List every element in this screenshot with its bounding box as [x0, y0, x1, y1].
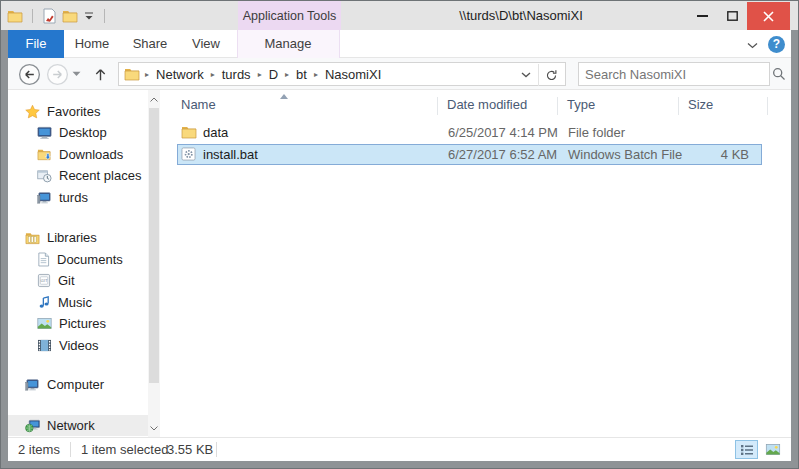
main-content: Favorites Desktop Downloads Recent place…	[8, 90, 791, 437]
explorer-window: Application Tools \\turds\D\bt\NasomiXI …	[0, 0, 799, 469]
sidebar-item-label: Pictures	[59, 316, 106, 331]
sidebar-item-favorites[interactable]: Favorites	[8, 101, 148, 122]
back-icon	[18, 63, 41, 86]
properties-icon	[42, 8, 56, 24]
folder-icon	[124, 67, 140, 81]
breadcrumb-separator-icon[interactable]	[142, 70, 152, 79]
ribbon-expand-button[interactable]	[747, 37, 758, 52]
sidebar-scrollbar[interactable]	[148, 90, 160, 437]
application-tools-label: Application Tools	[243, 9, 337, 23]
chevron-down-icon	[84, 12, 94, 21]
sidebar-item-label: Computer	[47, 377, 104, 392]
scrollbar-thumb[interactable]	[149, 108, 159, 383]
breadcrumb-d[interactable]: D	[265, 67, 282, 82]
sidebar-item-label: Music	[58, 295, 92, 310]
ribbon-tab-bar: File Home Share View Manage	[8, 30, 791, 58]
breadcrumb-turds[interactable]: turds	[218, 67, 255, 82]
breadcrumb-bt[interactable]: bt	[292, 67, 311, 82]
column-divider[interactable]	[767, 97, 768, 115]
sidebar-item-desktop[interactable]: Desktop	[8, 122, 148, 143]
tab-view[interactable]: View	[186, 30, 226, 58]
sidebar-item-git[interactable]: GIT Git	[8, 270, 148, 291]
chevron-down-icon	[747, 42, 758, 49]
tab-home-label: Home	[75, 36, 110, 51]
downloads-icon	[37, 148, 52, 162]
sidebar-item-libraries[interactable]: Libraries	[8, 227, 148, 248]
window-body: File Home Share View Manage	[8, 30, 791, 461]
desktop-icon	[37, 126, 52, 140]
sidebar-item-label: Recent places	[59, 168, 141, 183]
column-header-date[interactable]: Date modified	[447, 97, 527, 112]
scroll-down-button[interactable]	[148, 421, 160, 435]
sidebar-item-videos[interactable]: Videos	[8, 335, 148, 356]
address-dropdown-button[interactable]	[514, 64, 538, 86]
tab-file[interactable]: File	[8, 30, 64, 58]
sort-ascending-icon	[280, 94, 288, 99]
qat-customize-button[interactable]	[81, 6, 97, 26]
large-icons-view-button[interactable]	[761, 440, 784, 459]
chevron-up-icon	[150, 97, 158, 102]
tab-home[interactable]: Home	[72, 30, 112, 58]
qat-new-folder-button[interactable]	[60, 6, 80, 26]
forward-icon	[46, 63, 69, 86]
computer-icon	[25, 378, 40, 392]
sidebar-item-label: Libraries	[47, 230, 97, 245]
column-header-name[interactable]: Name	[181, 97, 216, 112]
minimize-button[interactable]	[687, 2, 717, 29]
up-button[interactable]	[88, 62, 112, 86]
window-system-icon[interactable]	[5, 6, 25, 26]
breadcrumb-nasomixi[interactable]: NasomiXI	[321, 67, 385, 82]
column-header-type[interactable]: Type	[567, 97, 595, 112]
breadcrumb-separator-icon[interactable]	[282, 70, 292, 79]
back-button[interactable]	[17, 62, 41, 86]
search-button[interactable]	[767, 67, 791, 81]
breadcrumb-network[interactable]: Network	[152, 67, 208, 82]
sidebar-item-music[interactable]: Music	[8, 292, 148, 313]
column-divider[interactable]	[557, 97, 558, 115]
up-arrow-icon	[93, 67, 108, 82]
tab-share[interactable]: Share	[130, 30, 170, 58]
libraries-icon	[25, 231, 40, 245]
breadcrumb-separator-icon[interactable]	[311, 70, 321, 79]
sidebar-item-documents[interactable]: Documents	[8, 249, 148, 270]
maximize-button[interactable]	[717, 2, 747, 29]
sidebar-item-pictures[interactable]: Pictures	[8, 313, 148, 334]
refresh-button[interactable]	[538, 64, 564, 86]
breadcrumb-separator-icon[interactable]	[255, 70, 265, 79]
column-divider[interactable]	[678, 97, 679, 115]
file-row-data[interactable]: data 6/25/2017 4:14 PM File folder	[177, 122, 762, 143]
forward-button[interactable]	[45, 62, 69, 86]
sidebar-item-network[interactable]: Network	[8, 415, 148, 436]
svg-text:GIT: GIT	[41, 278, 48, 283]
qat-properties-button[interactable]	[39, 6, 59, 26]
file-list-pane: Name Date modified Type Size data 6/25/2…	[160, 90, 791, 437]
details-view-button[interactable]	[735, 440, 758, 459]
sidebar-item-recent-places[interactable]: Recent places	[8, 165, 148, 186]
close-button[interactable]	[747, 2, 790, 30]
pictures-icon	[37, 317, 52, 330]
folder-icon	[181, 125, 197, 144]
search-input[interactable]	[579, 67, 767, 82]
breadcrumb-separator-icon[interactable]	[208, 70, 218, 79]
sidebar-item-label: Downloads	[59, 147, 123, 162]
recent-locations-button[interactable]	[68, 62, 84, 86]
column-header-size[interactable]: Size	[688, 97, 713, 112]
titlebar-separator	[32, 9, 33, 23]
titlebar: Application Tools \\turds\D\bt\NasomiXI	[1, 1, 798, 30]
computer-icon	[37, 191, 52, 205]
address-breadcrumb-box[interactable]: Network turds D bt NasomiXI	[118, 62, 566, 86]
tab-manage[interactable]: Manage	[258, 30, 318, 58]
sidebar-item-downloads[interactable]: Downloads	[8, 144, 148, 165]
sidebar-item-turds[interactable]: turds	[8, 187, 148, 208]
file-row-install-bat[interactable]: install.bat 6/27/2017 6:52 AM Windows Ba…	[177, 144, 762, 165]
column-divider[interactable]	[437, 97, 438, 115]
sidebar-item-label: Favorites	[47, 104, 100, 119]
help-button[interactable]	[768, 36, 785, 53]
titlebar-separator	[104, 9, 105, 23]
scroll-up-button[interactable]	[148, 92, 160, 106]
maximize-icon	[727, 11, 738, 21]
sidebar-item-computer[interactable]: Computer	[8, 374, 148, 395]
tab-share-label: Share	[133, 36, 168, 51]
network-icon	[25, 419, 40, 433]
breadcrumb: Network turds D bt NasomiXI	[142, 67, 385, 82]
